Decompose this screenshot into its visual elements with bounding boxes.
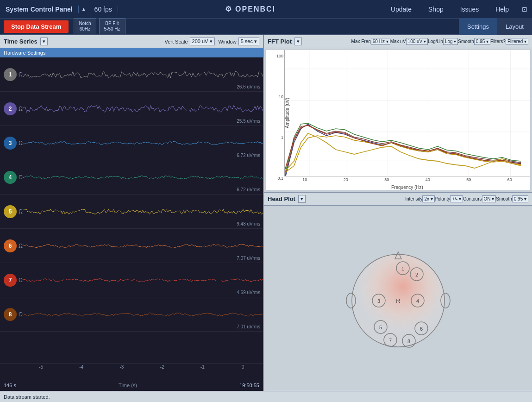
channel-rms-6: 7.07 uVrms: [237, 256, 260, 261]
channel-omega-7: Ω: [19, 277, 23, 283]
second-bar: Stop Data Stream Notch 60Hz BP Filt 5-50…: [0, 19, 532, 35]
channel-rms-5: 9.48 uVrms: [237, 221, 260, 226]
channel-omega-6: Ω: [19, 243, 23, 249]
channel-row-3: 3Ω6.72 uVrms: [0, 126, 263, 160]
electrode-7: 7: [388, 338, 391, 343]
channel-omega-3: Ω: [19, 140, 23, 146]
hardware-settings-bar[interactable]: Hardware Settings: [0, 48, 263, 57]
signal-svg-2: [23, 95, 263, 123]
head-plot-header: Head Plot ▾ Intensity 2x ▾ Polarity +/- …: [264, 193, 532, 206]
fft-x-40: 40: [426, 177, 430, 184]
smooth-select-fft[interactable]: 0.95 ▾: [474, 38, 490, 45]
time-label--5: -5: [21, 364, 61, 370]
channel-signal-6: [23, 232, 263, 260]
filters-select[interactable]: Filtered ▾: [506, 38, 528, 45]
time-label--1: -1: [182, 364, 223, 370]
status-bar: Data stream started.: [0, 391, 532, 402]
window-label: Window: [219, 39, 237, 44]
fft-dropdown[interactable]: ▾: [294, 38, 302, 45]
top-bar: System Control Panel ▲ 60 fps ⚙ OPENBCI …: [0, 0, 532, 19]
channel-row-6: 6Ω7.07 uVrms: [0, 229, 263, 263]
update-button[interactable]: Update: [382, 0, 420, 19]
smooth-select-head[interactable]: 0.95 ▾: [512, 195, 528, 202]
contours-select[interactable]: ON ▾: [482, 195, 496, 202]
vert-scale-select[interactable]: 200 uV ▾: [190, 38, 215, 45]
fft-section: FFT Plot ▾ Max Freq 60 Hz ▾ Max uV 100 u…: [264, 35, 532, 193]
channel-omega-2: Ω: [19, 106, 23, 112]
channel-signal-2: [23, 95, 263, 123]
smooth-label-head: Smooth: [496, 196, 512, 201]
fft-y-100: 100: [276, 54, 283, 58]
signal-svg-6: [23, 232, 263, 260]
channel-signal-3: [23, 129, 263, 157]
fft-y-10: 10: [279, 94, 283, 99]
time-label--2: -2: [142, 364, 182, 370]
channel-badge-7: 7: [4, 274, 17, 287]
electrode-8: 8: [407, 339, 410, 344]
window-icon-button[interactable]: ⊡: [517, 0, 532, 19]
hardware-settings-label: Hardware Settings: [4, 50, 46, 56]
channels-area: 1Ω26.6 uVrms2Ω25.5 uVrms3Ω6.72 uVrms4Ω6.…: [0, 57, 263, 363]
head-plot-section: Head Plot ▾ Intensity 2x ▾ Polarity +/- …: [264, 193, 532, 391]
head-plot-svg: 1 2 3 R 4 5 6: [343, 243, 454, 354]
channel-signal-8: [23, 301, 263, 328]
max-freq-select[interactable]: 60 Hz ▾: [371, 38, 390, 45]
channel-rms-2: 25.5 uVrms: [237, 119, 260, 124]
stop-data-stream-button[interactable]: Stop Data Stream: [4, 20, 69, 33]
electrode-4: 4: [416, 298, 419, 304]
fft-header: FFT Plot ▾ Max Freq 60 Hz ▾ Max uV 100 u…: [264, 35, 532, 48]
head-center-label: R: [396, 297, 400, 304]
app-logo: ⚙ OPENBCI: [118, 5, 382, 13]
settings-button[interactable]: Settings: [459, 18, 497, 35]
channel-rms-3: 6.72 uVrms: [237, 153, 260, 158]
signal-svg-3: [23, 129, 263, 157]
right-panel: FFT Plot ▾ Max Freq 60 Hz ▾ Max uV 100 u…: [264, 35, 532, 391]
channel-signal-5: [23, 198, 263, 226]
log-lin-select[interactable]: Log ▾: [443, 38, 458, 45]
polarity-select[interactable]: +/- ▾: [450, 195, 463, 202]
time-series-dropdown[interactable]: ▾: [40, 38, 48, 45]
channel-row-1: 1Ω26.6 uVrms: [0, 57, 263, 92]
fft-chart: 100 10 1 0.1: [266, 50, 530, 190]
max-uv-label: Max uV: [390, 39, 406, 44]
channel-badge-3: 3: [4, 137, 17, 150]
fft-svg: [285, 50, 530, 176]
channel-omega-4: Ω: [19, 174, 23, 181]
fft-y-1: 1: [281, 135, 283, 140]
signal-svg-7: [23, 266, 263, 294]
channel-rms-4: 6.72 uVrms: [237, 187, 260, 192]
layout-button[interactable]: Layout: [497, 18, 532, 35]
issues-button[interactable]: Issues: [452, 0, 487, 19]
channel-badge-1: 1: [4, 68, 17, 81]
shop-button[interactable]: Shop: [420, 0, 452, 19]
fft-x-20: 20: [344, 177, 348, 184]
intensity-label: Intensity: [405, 196, 422, 201]
max-uv-select[interactable]: 100 uV ▾: [406, 38, 428, 45]
time-axis-label: Time (s): [119, 383, 137, 388]
head-plot-dropdown[interactable]: ▾: [298, 195, 306, 203]
window-select[interactable]: 5 sec ▾: [238, 38, 259, 45]
polarity-label: Polarity: [435, 196, 450, 201]
channel-row-8: 8Ω7.01 uVrms: [0, 297, 263, 332]
fft-x-50: 50: [466, 177, 471, 184]
channel-badge-5: 5: [4, 205, 17, 218]
electrode-6: 6: [419, 326, 422, 332]
contours-label: Contours: [463, 196, 482, 201]
channel-badge-4: 4: [4, 171, 17, 184]
clock-display: 19:50:55: [239, 383, 259, 388]
notch-filter-button[interactable]: Notch 60Hz: [74, 19, 96, 34]
intensity-select[interactable]: 2x ▾: [422, 195, 434, 202]
channel-rms-7: 4.69 uVrms: [237, 290, 260, 295]
time-label--3: -3: [101, 364, 142, 370]
fft-x-10: 10: [302, 177, 307, 184]
fft-x-axis-label: Frequency (Hz): [284, 185, 530, 190]
channel-row-4: 4Ω6.72 uVrms: [0, 160, 263, 195]
channel-badge-6: 6: [4, 239, 17, 252]
channel-signal-1: [23, 61, 263, 88]
vert-scale-label: Vert Scale: [164, 39, 188, 44]
bp-filter-button[interactable]: BP Filt 5-50 Hz: [99, 19, 125, 34]
filters-label: Filters?: [490, 39, 506, 44]
help-button[interactable]: Help: [487, 0, 517, 19]
app-title: System Control Panel: [0, 6, 79, 13]
fft-x-60: 60: [507, 177, 512, 184]
